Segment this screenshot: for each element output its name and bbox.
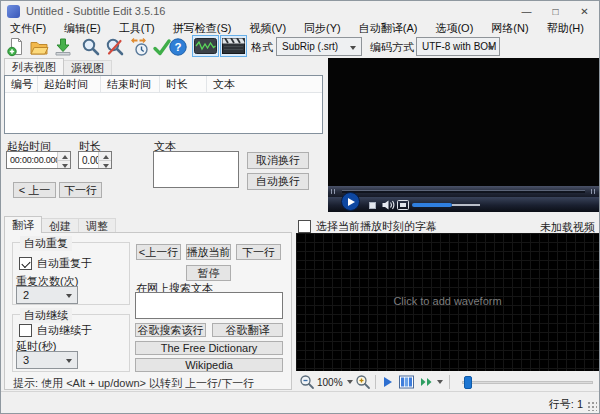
slider-thumb[interactable] xyxy=(464,376,472,389)
tab-create[interactable]: 创建 xyxy=(41,218,79,233)
help-button[interactable]: ? xyxy=(167,36,188,57)
auto-repeat-checkbox-row[interactable]: 自动重复于 xyxy=(19,256,92,271)
previous-subtitle-button[interactable]: < 上一 xyxy=(13,182,56,198)
menu-tools[interactable]: 工具(T) xyxy=(110,21,164,35)
slider-track[interactable] xyxy=(462,381,593,384)
seek-track[interactable] xyxy=(342,190,585,193)
select-current-subtitle-label: 选择当前播放时刻的字幕 xyxy=(316,219,437,234)
spinner-arrows[interactable] xyxy=(57,152,70,168)
line-number-status: 行号: 1 xyxy=(549,397,583,412)
playback-speed-button[interactable] xyxy=(420,376,434,388)
spin-down-icon[interactable] xyxy=(58,161,70,169)
zoom-out-button[interactable] xyxy=(299,374,315,390)
auto-break-button[interactable]: 自动换行 xyxy=(247,173,309,190)
menu-sync[interactable]: 同步(Y) xyxy=(295,21,350,35)
open-file-button[interactable] xyxy=(28,36,49,57)
save-button[interactable] xyxy=(52,36,73,57)
column-number[interactable]: 编号 xyxy=(5,76,38,92)
find-button[interactable] xyxy=(80,36,101,57)
tab-list-view[interactable]: 列表视图 xyxy=(4,58,64,75)
replace-icon xyxy=(105,37,125,57)
delay-select[interactable]: 3 xyxy=(16,351,78,369)
toggle-video-button[interactable] xyxy=(220,35,247,57)
auto-repeat-checkbox[interactable] xyxy=(19,257,32,270)
play-button[interactable] xyxy=(341,192,360,211)
video-seek-bar[interactable] xyxy=(328,186,599,197)
spinner-arrows[interactable] xyxy=(98,152,111,168)
next-line-button[interactable]: 下一行 xyxy=(236,244,281,260)
volume-icon[interactable] xyxy=(382,200,395,210)
subtitle-text-input[interactable] xyxy=(153,151,239,188)
next-subtitle-button[interactable]: 下一行 xyxy=(59,182,102,198)
spin-up-icon[interactable] xyxy=(58,152,70,161)
menu-help[interactable]: 帮助(H) xyxy=(538,21,593,35)
google-search-button[interactable]: 谷歌搜索该行 xyxy=(135,323,206,337)
minimize-button[interactable]: — xyxy=(512,1,541,21)
column-duration[interactable]: 时长 xyxy=(160,76,207,92)
pause-button[interactable]: 暂停 xyxy=(186,265,231,281)
svg-text:?: ? xyxy=(174,41,181,53)
close-button[interactable]: ✕ xyxy=(570,1,599,21)
column-start-time[interactable]: 起始时间 xyxy=(38,76,101,92)
menu-options[interactable]: 选项(O) xyxy=(426,21,482,35)
subtitle-list-header: 编号 起始时间 结束时间 时长 文本 xyxy=(5,76,322,93)
video-columns-button[interactable] xyxy=(399,375,414,389)
toggle-waveform-button[interactable] xyxy=(192,35,219,57)
play-icon xyxy=(348,198,355,206)
free-dictionary-button[interactable]: The Free Dictionary xyxy=(135,341,283,355)
subtitle-list[interactable]: 编号 起始时间 结束时间 时长 文本 xyxy=(4,75,323,134)
volume-slider-fill[interactable] xyxy=(412,203,452,207)
format-select[interactable]: SubRip (.srt) xyxy=(276,37,362,56)
repeat-count-select[interactable]: 2 xyxy=(16,286,78,304)
waveform-area[interactable]: Click to add waveform xyxy=(296,233,599,371)
save-icon xyxy=(53,37,73,57)
tab-translate[interactable]: 翻译 xyxy=(4,216,42,233)
spin-down-icon[interactable] xyxy=(99,161,111,169)
menu-network[interactable]: 网络(N) xyxy=(482,21,537,35)
waveform-zoom-select[interactable]: 100% xyxy=(315,377,355,388)
app-icon xyxy=(7,5,20,18)
fullscreen-icon[interactable] xyxy=(397,200,409,210)
tab-source-view[interactable]: 源视图 xyxy=(63,60,112,75)
seek-grip-left-icon xyxy=(330,189,337,194)
visual-sync-button[interactable] xyxy=(129,36,150,57)
auto-repeat-title: 自动重复 xyxy=(20,236,72,251)
stop-button[interactable] xyxy=(369,202,376,209)
tab-adjust[interactable]: 调整 xyxy=(78,218,116,233)
visual-sync-clock-icon xyxy=(130,37,150,57)
auto-continue-checkbox[interactable] xyxy=(19,324,32,337)
replace-button[interactable] xyxy=(104,36,125,57)
menu-video[interactable]: 视频(V) xyxy=(240,21,295,35)
menu-autotranslate[interactable]: 自动翻译(A) xyxy=(350,21,427,35)
column-text[interactable]: 文本 xyxy=(207,76,322,92)
format-label: 格式 xyxy=(251,40,273,55)
column-end-time[interactable]: 结束时间 xyxy=(101,76,160,92)
waveform-placeholder[interactable]: Click to add waveform xyxy=(296,295,599,307)
zoom-in-button[interactable] xyxy=(355,374,371,390)
spin-up-icon[interactable] xyxy=(99,152,111,161)
select-current-subtitle-checkbox[interactable] xyxy=(298,220,311,233)
menu-spellcheck[interactable]: 拼写检查(S) xyxy=(164,21,241,35)
dropdown-arrow-icon xyxy=(347,380,353,384)
select-current-subtitle-row[interactable]: 选择当前播放时刻的字幕 xyxy=(298,219,437,234)
menu-edit[interactable]: 编辑(E) xyxy=(55,21,110,35)
unbreak-button[interactable]: 取消换行 xyxy=(247,152,309,169)
duration-spinner[interactable]: 0.000 xyxy=(78,151,112,169)
volume-slider-rest[interactable] xyxy=(452,204,480,206)
new-file-button[interactable] xyxy=(5,36,26,57)
maximize-button[interactable]: □ xyxy=(541,1,570,21)
start-time-spinner[interactable]: 00:00:00.000 xyxy=(6,151,71,169)
menu-file[interactable]: 文件(F) xyxy=(1,21,55,35)
previous-line-button[interactable]: <上一行 xyxy=(136,244,181,260)
google-translate-button[interactable]: 谷歌翻译 xyxy=(212,323,283,337)
waveform-position-slider[interactable] xyxy=(462,375,593,389)
dropdown-arrow-icon[interactable] xyxy=(437,380,443,384)
play-current-button[interactable]: 播放当前 xyxy=(186,244,231,260)
waveform-play-button[interactable] xyxy=(384,377,392,387)
resize-grip[interactable] xyxy=(587,401,597,411)
encoding-select[interactable]: UTF-8 with BOM xyxy=(416,37,500,56)
wikipedia-button[interactable]: Wikipedia xyxy=(135,358,283,372)
auto-continue-checkbox-row[interactable]: 自动继续于 xyxy=(19,323,92,338)
video-screen[interactable] xyxy=(328,58,599,186)
web-search-input[interactable] xyxy=(135,292,283,319)
